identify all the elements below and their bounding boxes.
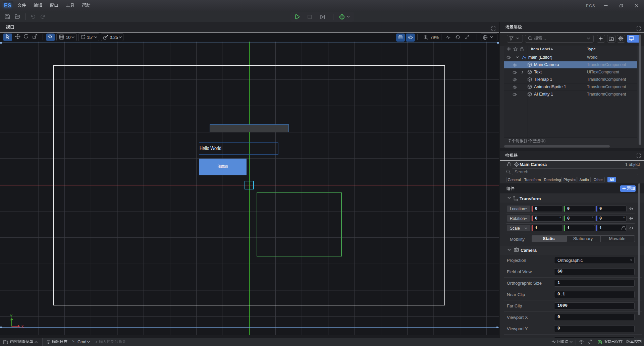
svg-text:Y: Y [10, 313, 13, 318]
svg-text:X: X [21, 324, 24, 329]
